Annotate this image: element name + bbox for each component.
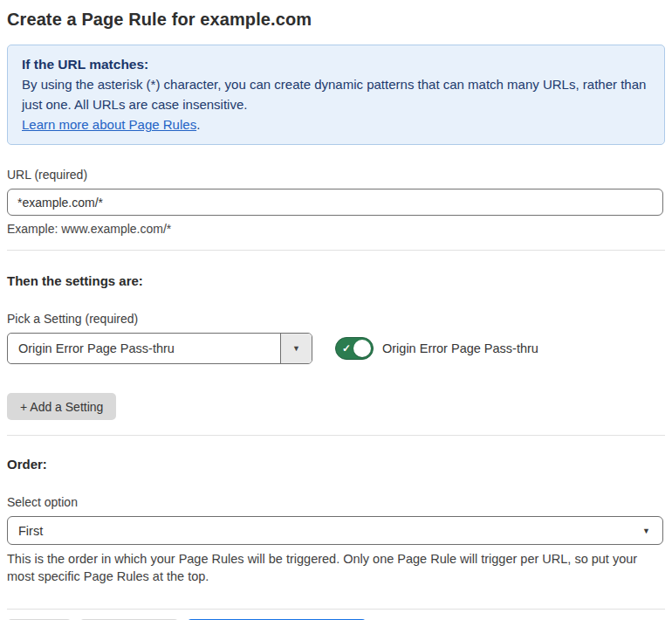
order-select-label: Select option <box>7 495 665 510</box>
order-select-value: First <box>18 524 43 538</box>
page-title: Create a Page Rule for example.com <box>7 9 665 30</box>
divider <box>7 250 665 251</box>
url-match-info-box: If the URL matches: By using the asteris… <box>7 45 665 145</box>
pick-setting-label: Pick a Setting (required) <box>7 312 665 327</box>
add-setting-button[interactable]: + Add a Setting <box>7 393 116 420</box>
info-box-body: By using the asterisk (*) character, you… <box>22 74 650 114</box>
setting-dropdown-arrow-button[interactable]: ▼ <box>280 334 312 363</box>
url-field-label: URL (required) <box>7 168 665 183</box>
order-helper-text: This is the order in which your Page Rul… <box>7 550 663 585</box>
toggle-knob <box>353 340 371 357</box>
url-input[interactable] <box>7 189 663 216</box>
setting-toggle[interactable]: ✓ <box>335 337 374 360</box>
setting-dropdown-value: Origin Error Page Pass-thru <box>8 334 280 363</box>
divider <box>7 609 665 610</box>
settings-section-heading: Then the settings are: <box>7 272 665 289</box>
info-box-heading: If the URL matches: <box>22 54 650 74</box>
divider <box>7 435 665 436</box>
info-box-link-line: Learn more about Page Rules. <box>22 114 650 134</box>
link-suffix: . <box>196 117 200 132</box>
setting-dropdown[interactable]: Origin Error Page Pass-thru ▼ <box>7 333 312 364</box>
chevron-down-icon: ▼ <box>642 527 650 535</box>
chevron-down-icon: ▼ <box>292 344 300 353</box>
url-field-helper: Example: www.example.com/* <box>7 222 665 237</box>
check-icon: ✓ <box>342 343 351 354</box>
order-select[interactable]: First ▼ <box>7 516 663 545</box>
learn-more-link[interactable]: Learn more about Page Rules <box>22 117 196 132</box>
setting-toggle-label: Origin Error Page Pass-thru <box>382 341 538 355</box>
setting-row: Origin Error Page Pass-thru ▼ ✓ Origin E… <box>7 333 665 364</box>
order-section-heading: Order: <box>7 456 665 472</box>
